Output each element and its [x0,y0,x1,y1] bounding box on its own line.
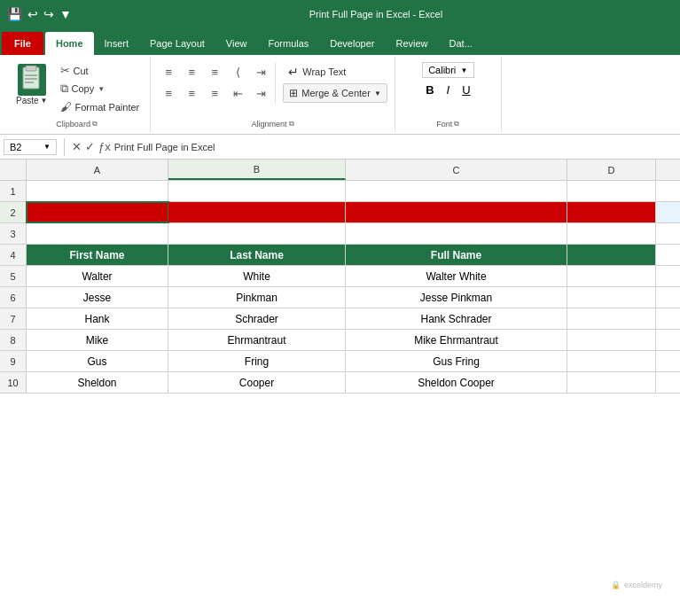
row-header-6[interactable]: 6 [0,287,27,308]
align-right-button[interactable]: ≡ [204,83,225,103]
cell-d10[interactable]: Sheldon Cooper [346,372,567,393]
cell-c2[interactable] [168,202,346,222]
undo-icon[interactable]: ↩ [27,7,38,21]
align-middle-button[interactable]: ≡ [181,62,202,82]
cell-d6[interactable]: Jesse Pinkman [346,287,567,308]
cell-b8[interactable]: Mike [27,330,168,350]
tab-file[interactable]: File [2,32,43,55]
alignment-expand-icon[interactable]: ⧉ [289,120,294,129]
tab-review[interactable]: Review [385,32,438,55]
cell-e4[interactable] [567,245,656,265]
row-header-2[interactable]: 2 [0,202,27,222]
row-header-4[interactable]: 4 [0,245,27,265]
align-top-button[interactable]: ≡ [158,62,179,82]
tab-data[interactable]: Dat... [439,32,483,55]
paste-dropdown-arrow[interactable]: ▼ [41,97,48,105]
increase-indent2-button[interactable]: ⇥ [250,83,271,103]
cell-b10[interactable]: Sheldon [27,372,168,393]
formula-content[interactable]: Print Full Page in Excel [114,142,676,152]
row-header-3[interactable]: 3 [0,223,27,244]
cell-e9[interactable] [567,351,656,371]
cut-button[interactable]: ✂ Cut [57,62,144,79]
bold-button[interactable]: B [422,82,437,98]
redo-icon[interactable]: ↪ [43,7,54,21]
cell-c10[interactable]: Cooper [168,372,346,393]
cell-c1[interactable] [168,181,346,201]
cell-c3[interactable] [168,223,346,244]
cell-reference-box[interactable]: B2 ▼ [4,139,57,155]
font-dropdown-arrow[interactable]: ▼ [461,66,468,74]
merge-dropdown-arrow[interactable]: ▼ [374,90,381,97]
cell-ref-dropdown[interactable]: ▼ [43,143,51,151]
cell-e8[interactable] [567,330,656,350]
tab-view[interactable]: View [215,32,258,55]
col-header-d[interactable]: D [567,160,656,180]
paste-button[interactable]: Paste ▼ [11,62,53,107]
cancel-formula-icon[interactable]: ✕ [72,140,82,153]
cell-d7[interactable]: Hank Schrader [346,308,567,329]
cell-b2[interactable] [27,202,168,222]
col-header-c[interactable]: C [346,160,567,180]
save-icon[interactable]: 💾 [7,7,22,21]
cell-c6[interactable]: Pinkman [168,287,346,308]
cell-e3[interactable] [567,223,656,244]
align-left-button[interactable]: ≡ [158,83,179,103]
text-angle-button[interactable]: ⟨ [227,62,248,82]
tab-insert[interactable]: Insert [94,32,140,55]
cell-e2[interactable] [567,202,656,222]
cell-d9[interactable]: Gus Fring [346,351,567,371]
font-name-box[interactable]: Calibri ▼ [422,62,473,78]
cell-c9[interactable]: Fring [168,351,346,371]
font-expand-icon[interactable]: ⧉ [454,120,459,129]
cell-b6[interactable]: Jesse [27,287,168,308]
title-bar-icons[interactable]: 💾 ↩ ↪ ▼ [7,7,72,21]
cell-d4[interactable]: Full Name [346,245,567,265]
cell-c7[interactable]: Schrader [168,308,346,329]
cell-e6[interactable] [567,287,656,308]
align-center-button[interactable]: ≡ [181,83,202,103]
row-header-10[interactable]: 10 [0,372,27,393]
copy-dropdown-arrow[interactable]: ▼ [98,85,105,93]
cell-c5[interactable]: White [168,266,346,286]
cell-d8[interactable]: Mike Ehrmantraut [346,330,567,350]
cell-e10[interactable] [567,372,656,393]
cell-b9[interactable]: Gus [27,351,168,371]
cell-b3[interactable] [27,223,168,244]
decrease-indent-button[interactable]: ⇤ [227,83,248,103]
cell-b7[interactable]: Hank [27,308,168,329]
quick-access-dropdown[interactable]: ▼ [59,7,72,21]
row-header-1[interactable]: 1 [0,181,27,201]
increase-indent-button[interactable]: ⇥ [250,62,271,82]
cell-d2[interactable] [346,202,567,222]
confirm-formula-icon[interactable]: ✓ [85,140,95,153]
cell-b4[interactable]: First Name [27,245,168,265]
cell-d5[interactable]: Walter White [346,266,567,286]
cell-b5[interactable]: Walter [27,266,168,286]
row-header-7[interactable]: 7 [0,308,27,329]
cell-c4[interactable]: Last Name [168,245,346,265]
merge-center-button[interactable]: ⊞ Merge & Center ▼ [283,83,387,103]
cell-b1[interactable] [27,181,168,201]
copy-button[interactable]: ⧉ Copy ▼ [57,80,144,97]
tab-page-layout[interactable]: Page Layout [139,32,215,55]
format-painter-button[interactable]: 🖌 Format Painter [57,98,144,115]
cell-e1[interactable] [567,181,656,201]
col-header-a[interactable]: A [27,160,168,180]
cell-e5[interactable] [567,266,656,286]
col-header-b[interactable]: B [168,160,346,180]
underline-button[interactable]: U [458,82,473,98]
tab-formulas[interactable]: Formulas [257,32,319,55]
row-header-5[interactable]: 5 [0,266,27,286]
cell-d1[interactable] [346,181,567,201]
cell-e7[interactable] [567,308,656,329]
cell-c8[interactable]: Ehrmantraut [168,330,346,350]
tab-developer[interactable]: Developer [319,32,385,55]
italic-button[interactable]: I [443,82,454,98]
insert-function-icon[interactable]: ƒx [98,140,111,153]
align-bottom-button[interactable]: ≡ [204,62,225,82]
row-header-9[interactable]: 9 [0,351,27,371]
cell-d3[interactable] [346,223,567,244]
tab-home[interactable]: Home [45,32,94,55]
row-header-8[interactable]: 8 [0,330,27,350]
wrap-text-button[interactable]: ↵ Wrap Text [283,62,387,82]
